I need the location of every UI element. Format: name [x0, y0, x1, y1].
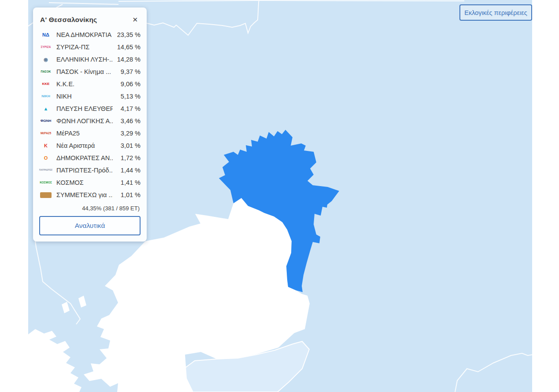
- party-name: ΠΛΕΥΣΗ ΕΛΕΥΘΕΡ...: [56, 105, 113, 112]
- party-list: ΝΔ ΝΕΑ ΔΗΜΟΚΡΑΤΙΑ 23,35 % ΣΥΡΙΖΑ ΣΥΡΙΖΑ-…: [39, 29, 141, 201]
- party-name: ΦΩΝΗ ΛΟΓΙΚΗΣ Α...: [56, 117, 113, 125]
- party-logo-icon: ΚΟΣΜΟΣ: [39, 178, 52, 187]
- party-percent: 3,46 %: [117, 117, 141, 125]
- party-name: Κ.Κ.Ε.: [56, 81, 113, 88]
- party-logo-icon: ΣΥΡΙΖΑ: [39, 43, 52, 51]
- party-name: ΜέΡΑ25: [56, 130, 113, 137]
- party-logo-icon: ΜέΡΑ25: [39, 129, 52, 138]
- party-percent: 1,44 %: [117, 167, 141, 174]
- party-logo-icon: [40, 192, 52, 198]
- party-percent: 9,37 %: [117, 68, 141, 75]
- party-name: ΝΕΑ ΔΗΜΟΚΡΑΤΙΑ: [56, 31, 113, 38]
- party-percent: 14,65 %: [117, 44, 141, 51]
- close-icon[interactable]: ✕: [130, 15, 140, 24]
- party-percent: 1,41 %: [117, 179, 141, 186]
- party-row[interactable]: ΚΚΕ Κ.Κ.Ε. 9,06 %: [39, 78, 141, 90]
- party-row[interactable]: ΠΑΤΡΙΩΤΕΣ ΠΑΤΡΙΩΤΕΣ-Πρόδ... 1,44 %: [39, 164, 141, 176]
- election-map-app: { "map": { "sea_color": "#cee4f6", "land…: [0, 0, 559, 392]
- party-name: Νέα Αριστερά: [56, 142, 113, 149]
- party-name: ΠΑΤΡΙΩΤΕΣ-Πρόδ...: [56, 167, 113, 174]
- party-name: ΝΙΚΗ: [56, 93, 113, 100]
- party-logo-icon: ΝΙΚΗ: [39, 92, 52, 101]
- party-percent: 1,72 %: [117, 154, 141, 161]
- party-row[interactable]: ΝΔ ΝΕΑ ΔΗΜΟΚΡΑΤΙΑ 23,35 %: [39, 29, 141, 41]
- party-row[interactable]: Κ Νέα Αριστερά 3,01 %: [39, 139, 141, 152]
- party-logo-icon: ΝΔ: [39, 30, 52, 39]
- party-logo-icon: ΠΑΤΡΙΩΤΕΣ: [39, 166, 52, 175]
- party-name: ΔΗΜΟΚΡΑΤΕΣ ΑΝ...: [56, 154, 113, 161]
- party-row[interactable]: ΣΥΜΜΕΤΕΧΩ για ... 1,01 %: [39, 189, 141, 201]
- panel-title: Α' Θεσσαλονίκης: [40, 16, 97, 24]
- panel-header: Α' Θεσσαλονίκης ✕: [39, 14, 141, 25]
- party-logo-icon: Ο: [39, 154, 52, 162]
- party-name: ΣΥΡΙΖΑ-ΠΣ: [56, 44, 113, 51]
- party-percent: 3,29 %: [117, 130, 141, 137]
- electoral-regions-button[interactable]: Εκλογικές περιφέρειες: [459, 4, 532, 21]
- party-row[interactable]: ΚΟΣΜΟΣ ΚΟΣΜΟΣ 1,41 %: [39, 176, 141, 189]
- party-row[interactable]: Ο ΔΗΜΟΚΡΑΤΕΣ ΑΝ... 1,72 %: [39, 152, 141, 164]
- party-logo-icon: ▲: [39, 104, 52, 113]
- party-name: ΚΟΣΜΟΣ: [56, 179, 113, 186]
- party-name: ΠΑΣΟΚ - Κίνημα ...: [56, 68, 113, 75]
- party-row[interactable]: ΝΙΚΗ ΝΙΚΗ 5,13 %: [39, 90, 141, 103]
- party-percent: 23,35 %: [117, 31, 141, 38]
- party-logo-icon: ΚΚΕ: [39, 80, 52, 88]
- party-name: ΕΛΛΗΝΙΚΗ ΛΥΣΗ-...: [56, 56, 113, 63]
- party-percent: 9,06 %: [117, 81, 141, 88]
- party-percent: 5,13 %: [117, 93, 141, 100]
- party-logo-icon: Κ: [39, 141, 52, 150]
- party-row[interactable]: ΦΩΝΗ ΦΩΝΗ ΛΟΓΙΚΗΣ Α... 3,46 %: [39, 115, 141, 127]
- party-percent: 1,01 %: [117, 191, 141, 198]
- reporting-summary: 44,35% (381 / 859 ΕΤ): [39, 205, 140, 212]
- party-row[interactable]: ΜέΡΑ25 ΜέΡΑ25 3,29 %: [39, 127, 141, 139]
- party-percent: 14,28 %: [117, 56, 141, 63]
- party-logo-icon: ΠΑΣΟΚ: [39, 67, 52, 76]
- party-row[interactable]: ΣΥΡΙΖΑ ΣΥΡΙΖΑ-ΠΣ 14,65 %: [39, 41, 141, 53]
- party-row[interactable]: ▲ ΠΛΕΥΣΗ ΕΛΕΥΘΕΡ... 4,17 %: [39, 103, 141, 115]
- party-row[interactable]: ◉ ΕΛΛΗΝΙΚΗ ΛΥΣΗ-... 14,28 %: [39, 53, 141, 66]
- party-percent: 3,01 %: [117, 142, 141, 149]
- details-button[interactable]: Αναλυτικά: [39, 216, 141, 235]
- party-row[interactable]: ΠΑΣΟΚ ΠΑΣΟΚ - Κίνημα ... 9,37 %: [39, 66, 141, 78]
- party-logo-icon: ΦΩΝΗ: [39, 117, 52, 125]
- party-percent: 4,17 %: [117, 105, 141, 112]
- district-results-panel: Α' Θεσσαλονίκης ✕ ΝΔ ΝΕΑ ΔΗΜΟΚΡΑΤΙΑ 23,3…: [33, 7, 147, 242]
- party-logo-icon: ◉: [39, 55, 52, 64]
- party-name: ΣΥΜΜΕΤΕΧΩ για ...: [56, 191, 113, 198]
